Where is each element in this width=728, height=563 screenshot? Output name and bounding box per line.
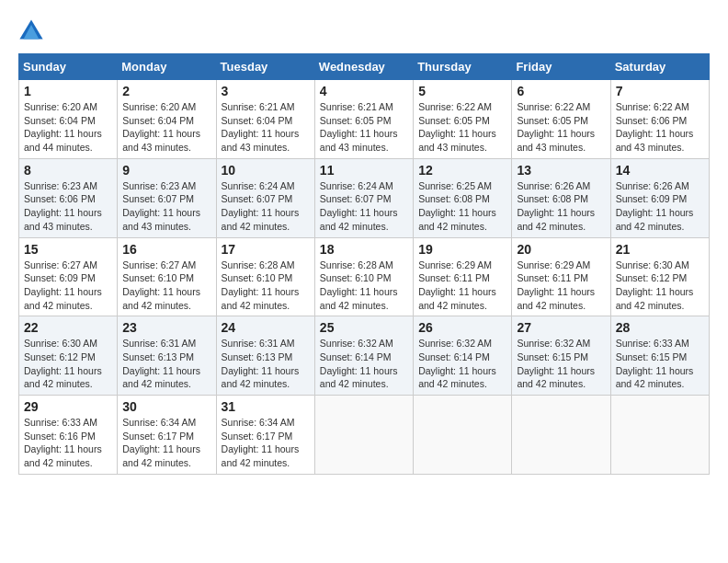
day-of-week-header: Saturday (610, 54, 709, 80)
day-number: 21 (616, 242, 704, 257)
day-info: Sunrise: 6:22 AM Sunset: 6:05 PM Dayligh… (517, 100, 605, 155)
day-info: Sunrise: 6:34 AM Sunset: 6:17 PM Dayligh… (122, 416, 210, 470)
calendar-cell: 27 Sunrise: 6:32 AM Sunset: 6:15 PM Dayl… (512, 316, 610, 396)
day-number: 2 (122, 84, 210, 98)
calendar-cell: 9 Sunrise: 6:23 AM Sunset: 6:07 PM Dayli… (118, 158, 216, 237)
day-info: Sunrise: 6:20 AM Sunset: 6:04 PM Dayligh… (122, 100, 210, 155)
logo-icon (18, 18, 44, 44)
day-info: Sunrise: 6:23 AM Sunset: 6:06 PM Dayligh… (24, 179, 112, 234)
day-number: 26 (418, 320, 506, 335)
day-info: Sunrise: 6:27 AM Sunset: 6:09 PM Dayligh… (24, 259, 112, 313)
calendar-cell: 18 Sunrise: 6:28 AM Sunset: 6:10 PM Dayl… (314, 237, 413, 316)
day-number: 28 (616, 320, 704, 335)
calendar-cell: 5 Sunrise: 6:22 AM Sunset: 6:05 PM Dayli… (414, 80, 512, 159)
calendar-cell: 6 Sunrise: 6:22 AM Sunset: 6:05 PM Dayli… (512, 80, 610, 159)
day-number: 14 (616, 163, 704, 178)
calendar-cell: 19 Sunrise: 6:29 AM Sunset: 6:11 PM Dayl… (414, 237, 512, 316)
day-info: Sunrise: 6:20 AM Sunset: 6:04 PM Dayligh… (24, 100, 112, 155)
day-number: 31 (222, 399, 310, 414)
calendar-cell (314, 396, 413, 475)
day-info: Sunrise: 6:31 AM Sunset: 6:13 PM Dayligh… (122, 337, 210, 391)
day-info: Sunrise: 6:26 AM Sunset: 6:08 PM Dayligh… (517, 179, 605, 234)
day-info: Sunrise: 6:22 AM Sunset: 6:05 PM Dayligh… (418, 100, 506, 155)
day-number: 15 (24, 242, 112, 257)
day-of-week-header: Tuesday (216, 54, 314, 80)
day-info: Sunrise: 6:24 AM Sunset: 6:07 PM Dayligh… (222, 179, 310, 234)
logo (18, 18, 48, 44)
day-number: 22 (24, 320, 112, 335)
day-info: Sunrise: 6:33 AM Sunset: 6:15 PM Dayligh… (616, 337, 704, 391)
calendar-cell (512, 396, 610, 475)
calendar-cell: 14 Sunrise: 6:26 AM Sunset: 6:09 PM Dayl… (610, 158, 709, 237)
day-info: Sunrise: 6:32 AM Sunset: 6:14 PM Dayligh… (320, 337, 408, 391)
day-of-week-header: Thursday (414, 54, 512, 80)
calendar-cell: 31 Sunrise: 6:34 AM Sunset: 6:17 PM Dayl… (216, 396, 314, 475)
day-info: Sunrise: 6:32 AM Sunset: 6:15 PM Dayligh… (517, 337, 605, 391)
calendar-cell: 17 Sunrise: 6:28 AM Sunset: 6:10 PM Dayl… (216, 237, 314, 316)
day-number: 6 (517, 84, 605, 98)
day-info: Sunrise: 6:34 AM Sunset: 6:17 PM Dayligh… (222, 416, 310, 470)
day-of-week-header: Sunday (19, 54, 118, 80)
day-number: 19 (418, 242, 506, 257)
day-number: 7 (616, 84, 704, 98)
day-number: 13 (517, 163, 605, 178)
calendar-cell: 10 Sunrise: 6:24 AM Sunset: 6:07 PM Dayl… (216, 158, 314, 237)
calendar-cell: 25 Sunrise: 6:32 AM Sunset: 6:14 PM Dayl… (314, 316, 413, 396)
page-header (18, 18, 710, 44)
day-number: 20 (517, 242, 605, 257)
day-of-week-header: Wednesday (314, 54, 413, 80)
calendar-cell: 21 Sunrise: 6:30 AM Sunset: 6:12 PM Dayl… (610, 237, 709, 316)
day-number: 3 (222, 84, 310, 98)
calendar-cell: 29 Sunrise: 6:33 AM Sunset: 6:16 PM Dayl… (19, 396, 118, 475)
calendar-cell: 26 Sunrise: 6:32 AM Sunset: 6:14 PM Dayl… (414, 316, 512, 396)
calendar-cell: 30 Sunrise: 6:34 AM Sunset: 6:17 PM Dayl… (118, 396, 216, 475)
day-number: 10 (222, 163, 310, 178)
calendar-cell: 15 Sunrise: 6:27 AM Sunset: 6:09 PM Dayl… (19, 237, 118, 316)
day-info: Sunrise: 6:28 AM Sunset: 6:10 PM Dayligh… (320, 259, 408, 313)
day-info: Sunrise: 6:21 AM Sunset: 6:05 PM Dayligh… (320, 100, 408, 155)
day-of-week-header: Friday (512, 54, 610, 80)
day-info: Sunrise: 6:22 AM Sunset: 6:06 PM Dayligh… (616, 100, 704, 155)
day-number: 12 (418, 163, 506, 178)
calendar-cell (610, 396, 709, 475)
day-number: 25 (320, 320, 408, 335)
calendar-cell: 11 Sunrise: 6:24 AM Sunset: 6:07 PM Dayl… (314, 158, 413, 237)
day-info: Sunrise: 6:30 AM Sunset: 6:12 PM Dayligh… (616, 259, 704, 313)
day-info: Sunrise: 6:30 AM Sunset: 6:12 PM Dayligh… (24, 337, 112, 391)
day-info: Sunrise: 6:32 AM Sunset: 6:14 PM Dayligh… (418, 337, 506, 391)
day-number: 4 (320, 84, 408, 98)
day-info: Sunrise: 6:26 AM Sunset: 6:09 PM Dayligh… (616, 179, 704, 234)
calendar-cell: 16 Sunrise: 6:27 AM Sunset: 6:10 PM Dayl… (118, 237, 216, 316)
day-number: 8 (24, 163, 112, 178)
day-info: Sunrise: 6:24 AM Sunset: 6:07 PM Dayligh… (320, 179, 408, 234)
day-number: 9 (122, 163, 210, 178)
day-number: 30 (122, 399, 210, 414)
day-number: 23 (122, 320, 210, 335)
day-info: Sunrise: 6:29 AM Sunset: 6:11 PM Dayligh… (517, 259, 605, 313)
day-info: Sunrise: 6:27 AM Sunset: 6:10 PM Dayligh… (122, 259, 210, 313)
day-info: Sunrise: 6:28 AM Sunset: 6:10 PM Dayligh… (222, 259, 310, 313)
calendar-cell: 8 Sunrise: 6:23 AM Sunset: 6:06 PM Dayli… (19, 158, 118, 237)
day-number: 11 (320, 163, 408, 178)
day-info: Sunrise: 6:25 AM Sunset: 6:08 PM Dayligh… (418, 179, 506, 234)
calendar-cell: 12 Sunrise: 6:25 AM Sunset: 6:08 PM Dayl… (414, 158, 512, 237)
calendar-cell: 28 Sunrise: 6:33 AM Sunset: 6:15 PM Dayl… (610, 316, 709, 396)
day-number: 27 (517, 320, 605, 335)
calendar-table: SundayMondayTuesdayWednesdayThursdayFrid… (18, 53, 710, 475)
day-of-week-header: Monday (118, 54, 216, 80)
calendar-cell: 23 Sunrise: 6:31 AM Sunset: 6:13 PM Dayl… (118, 316, 216, 396)
calendar-cell: 20 Sunrise: 6:29 AM Sunset: 6:11 PM Dayl… (512, 237, 610, 316)
calendar-cell: 2 Sunrise: 6:20 AM Sunset: 6:04 PM Dayli… (118, 80, 216, 159)
calendar-cell (414, 396, 512, 475)
day-info: Sunrise: 6:23 AM Sunset: 6:07 PM Dayligh… (122, 179, 210, 234)
day-number: 24 (222, 320, 310, 335)
day-number: 29 (24, 399, 112, 414)
day-number: 17 (222, 242, 310, 257)
day-info: Sunrise: 6:31 AM Sunset: 6:13 PM Dayligh… (222, 337, 310, 391)
calendar-cell: 24 Sunrise: 6:31 AM Sunset: 6:13 PM Dayl… (216, 316, 314, 396)
calendar-cell: 13 Sunrise: 6:26 AM Sunset: 6:08 PM Dayl… (512, 158, 610, 237)
calendar-cell: 22 Sunrise: 6:30 AM Sunset: 6:12 PM Dayl… (19, 316, 118, 396)
day-number: 5 (418, 84, 506, 98)
day-info: Sunrise: 6:33 AM Sunset: 6:16 PM Dayligh… (24, 416, 112, 470)
day-number: 1 (24, 84, 112, 98)
